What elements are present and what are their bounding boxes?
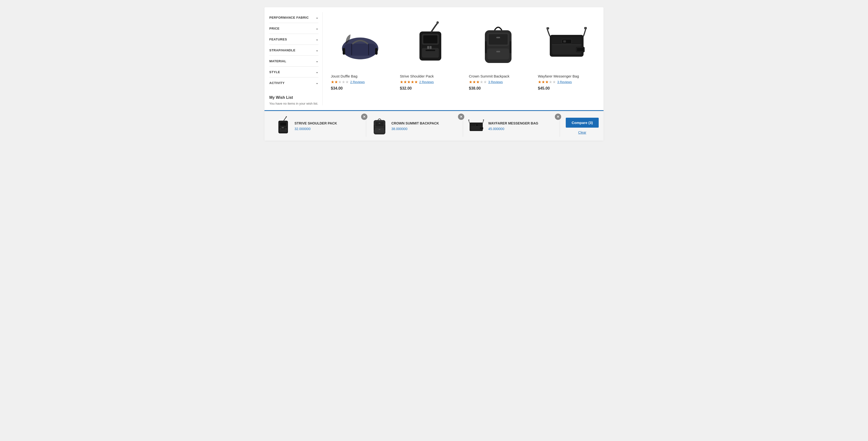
- svg-rect-52: [474, 124, 478, 126]
- remove-compare-btn-0[interactable]: ✕: [361, 114, 367, 120]
- remove-compare-btn-1[interactable]: ✕: [458, 114, 464, 120]
- product-name-2: Crown Summit Backpack: [469, 74, 509, 78]
- svg-rect-31: [577, 48, 584, 51]
- star-filled: ★: [538, 80, 541, 84]
- compare-name-1: CROWN SUMMIT BACKPACK: [392, 121, 458, 125]
- compare-button[interactable]: Compare (3): [566, 118, 599, 128]
- star-empty: ★: [549, 80, 552, 84]
- filter-label-features: FEATURES: [269, 37, 287, 41]
- product-image-wrapper-3: [538, 17, 596, 70]
- star-filled: ★: [545, 80, 549, 84]
- compare-item-1: ✕ CROWN SUMMIT BACKPACK 38.000000: [366, 115, 463, 137]
- svg-rect-55: [483, 119, 484, 120]
- svg-rect-18: [496, 37, 500, 38]
- chevron-icon-price: ⌄: [316, 26, 319, 30]
- svg-point-36: [286, 116, 287, 117]
- star-filled: ★: [331, 80, 334, 84]
- svg-rect-44: [379, 123, 380, 124]
- product-price-0: $34.00: [331, 86, 343, 91]
- svg-rect-54: [468, 120, 469, 121]
- svg-rect-8: [423, 35, 438, 43]
- compare-price-0: 32.000000: [294, 127, 361, 131]
- star-empty: ★: [484, 80, 487, 84]
- product-card-1[interactable]: Strive Shoulder Pack ★★★★★ 2 Reviews $32…: [397, 14, 461, 103]
- svg-rect-29: [584, 27, 587, 29]
- filter-label-price: PRICE: [269, 27, 279, 30]
- filter-activity[interactable]: ACTIVITY⌄: [269, 77, 318, 88]
- product-card-2[interactable]: Crown Summit Backpack ★★★★★ 3 Reviews $3…: [466, 14, 530, 103]
- filter-material[interactable]: MATERIAL⌄: [269, 56, 318, 67]
- remove-compare-btn-2[interactable]: ✕: [555, 114, 561, 120]
- svg-rect-46: [374, 125, 375, 130]
- svg-rect-57: [480, 128, 483, 129]
- product-card-0[interactable]: Joust Duffle Bag ★★★★★ 2 Reviews $34.00: [329, 14, 392, 103]
- svg-rect-47: [384, 125, 385, 130]
- products-grid: Joust Duffle Bag ★★★★★ 2 Reviews $34.00 …: [329, 12, 599, 105]
- filter-label-performance-fabric: PERFORMANCE FABRIC: [269, 16, 309, 20]
- product-image-wrapper-0: [331, 17, 389, 70]
- filter-label-activity: ACTIVITY: [269, 81, 285, 85]
- product-price-1: $32.00: [400, 86, 412, 91]
- review-count-3[interactable]: 3 Reviews: [557, 80, 572, 84]
- review-count-2[interactable]: 3 Reviews: [488, 80, 503, 84]
- clear-compare-button[interactable]: Clear: [578, 130, 586, 134]
- chevron-icon-material: ⌄: [316, 59, 319, 63]
- svg-rect-26: [562, 39, 571, 43]
- svg-rect-17: [487, 49, 509, 59]
- svg-rect-53: [475, 125, 476, 126]
- chevron-icon-strap-handle: ⌄: [316, 48, 319, 52]
- stars-2: ★★★★★: [469, 80, 487, 84]
- star-filled: ★: [335, 80, 338, 84]
- star-half: ★: [414, 80, 418, 84]
- compare-item-0: ✕ STRIVE SHOULDER PACK 32.000000: [269, 115, 366, 137]
- filter-price[interactable]: PRICE⌄: [269, 23, 318, 34]
- rating-row-3: ★★★★★ 3 Reviews: [538, 80, 572, 84]
- compare-thumb-0: [274, 118, 291, 134]
- review-count-1[interactable]: 2 Reviews: [419, 80, 434, 84]
- svg-rect-42: [375, 122, 384, 127]
- svg-rect-37: [281, 129, 285, 129]
- svg-rect-20: [485, 41, 487, 53]
- svg-rect-13: [430, 46, 432, 49]
- page-wrapper: PERFORMANCE FABRIC⌄PRICE⌄FEATURES⌄STRAP/…: [0, 0, 868, 441]
- stars-0: ★★★★★: [331, 80, 349, 84]
- star-filled: ★: [407, 80, 410, 84]
- star-filled: ★: [541, 80, 545, 84]
- filter-label-material: MATERIAL: [269, 59, 286, 63]
- compare-bar: ✕ STRIVE SHOULDER PACK 32.000000 ✕: [265, 111, 603, 141]
- compare-info-1: CROWN SUMMIT BACKPACK 38.000000: [392, 121, 458, 131]
- star-filled: ★: [476, 80, 479, 84]
- filter-label-strap-handle: STRAP/HANDLE: [269, 49, 296, 52]
- svg-rect-38: [282, 127, 283, 128]
- top-section: PERFORMANCE FABRIC⌄PRICE⌄FEATURES⌄STRAP/…: [265, 7, 603, 110]
- compare-thumb-1: [371, 118, 388, 134]
- chevron-icon-activity: ⌄: [316, 81, 319, 85]
- svg-rect-45: [379, 129, 380, 130]
- compare-info-0: STRIVE SHOULDER PACK 32.000000: [294, 121, 361, 131]
- chevron-icon-style: ⌄: [316, 70, 319, 74]
- review-count-0[interactable]: 2 Reviews: [350, 80, 365, 84]
- star-empty: ★: [338, 80, 341, 84]
- filter-style[interactable]: STYLE⌄: [269, 67, 318, 77]
- svg-rect-28: [547, 27, 549, 30]
- filters-container: PERFORMANCE FABRIC⌄PRICE⌄FEATURES⌄STRAP/…: [269, 12, 318, 88]
- star-filled: ★: [403, 80, 407, 84]
- filter-performance-fabric[interactable]: PERFORMANCE FABRIC⌄: [269, 12, 318, 23]
- sidebar: PERFORMANCE FABRIC⌄PRICE⌄FEATURES⌄STRAP/…: [269, 12, 322, 105]
- product-card-3[interactable]: Wayfarer Messenger Bag ★★★★★ 3 Reviews $…: [535, 14, 599, 103]
- svg-rect-43: [375, 128, 384, 133]
- filter-label-style: STYLE: [269, 70, 280, 74]
- svg-rect-11: [426, 50, 435, 51]
- main-container: PERFORMANCE FABRIC⌄PRICE⌄FEATURES⌄STRAP/…: [265, 7, 603, 141]
- product-image-wrapper-1: [400, 17, 458, 70]
- star-empty: ★: [552, 80, 556, 84]
- filter-features[interactable]: FEATURES⌄: [269, 34, 318, 45]
- product-name-1: Strive Shoulder Pack: [400, 74, 434, 78]
- svg-rect-9: [422, 48, 439, 58]
- svg-rect-16: [489, 34, 508, 45]
- compare-actions: Compare (3) Clear: [560, 118, 599, 134]
- star-filled: ★: [411, 80, 414, 84]
- star-empty: ★: [345, 80, 349, 84]
- filter-strap-handle[interactable]: STRAP/HANDLE⌄: [269, 45, 318, 56]
- chevron-icon-performance-fabric: ⌄: [316, 15, 319, 20]
